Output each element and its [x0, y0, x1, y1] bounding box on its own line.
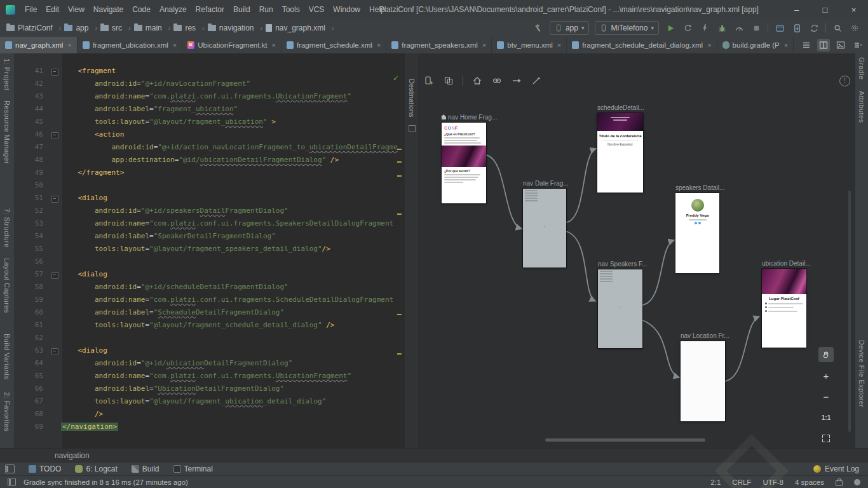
layout-inspector-icon[interactable] — [774, 22, 785, 34]
tool-window-button[interactable]: Resource Manager — [3, 100, 11, 164]
lock-icon[interactable] — [836, 480, 843, 486]
tool-window-button[interactable]: 7: Structure — [3, 208, 11, 248]
destinations-panel-icon[interactable] — [409, 125, 416, 132]
action-connection[interactable] — [642, 320, 679, 377]
warning-stripe-mark[interactable] — [397, 314, 402, 315]
editor-tab[interactable]: fragment_schedule.xml × — [281, 37, 386, 53]
menu-item[interactable]: Refactor — [191, 3, 229, 17]
inspections-ok-icon[interactable]: ✓ — [393, 74, 399, 83]
warning-stripe-mark[interactable] — [397, 149, 402, 150]
run-button[interactable] — [665, 22, 676, 34]
tool-window-tab[interactable]: TODO — [29, 464, 61, 473]
code-line[interactable]: 54 android:label="SpeakerDetailFragmentD… — [14, 230, 399, 243]
split-view-icon[interactable] — [817, 39, 830, 51]
debug-icon[interactable] — [716, 22, 728, 34]
tool-window-button[interactable]: Attributes — [858, 91, 865, 123]
designer-horizontal-scrollbar[interactable] — [545, 438, 705, 442]
status-item[interactable]: 2:1 — [710, 478, 721, 486]
design-view-icon[interactable] — [834, 39, 847, 51]
code-line[interactable]: 42 android:id="@+id/navLocationFragment" — [14, 78, 399, 90]
tool-windows-toggle-icon[interactable] — [5, 464, 15, 473]
warning-stripe-mark[interactable] — [397, 214, 402, 215]
code-line[interactable]: 58 android:id="@+id/scheduleDetailFragme… — [14, 281, 399, 294]
build-hammer-icon[interactable] — [532, 22, 544, 34]
close-button[interactable]: × — [839, 0, 868, 19]
tool-window-button[interactable]: Device File Explorer — [858, 340, 865, 407]
fold-marker[interactable]: − — [48, 344, 61, 357]
maximize-button[interactable]: □ — [811, 0, 839, 19]
menu-item[interactable]: Window — [329, 3, 365, 17]
breadcrumb-item[interactable]: navigation › — [208, 24, 266, 32]
warning-stripe-mark[interactable] — [397, 161, 402, 163]
menu-item[interactable]: Code — [128, 3, 155, 17]
destination-speakers-detail[interactable]: Freddy Vega — [675, 193, 719, 273]
run-config-dropdown[interactable]: app ▾ — [550, 21, 590, 35]
code-line[interactable]: 62 — [14, 332, 399, 344]
inspections-profile-icon[interactable] — [854, 479, 860, 485]
code-line[interactable]: 52 android:id="@+id/speakersDatailFragme… — [14, 205, 399, 217]
rerun-icon[interactable] — [682, 22, 693, 34]
editor-tab[interactable]: UbicationFragment.kt × — [182, 37, 281, 53]
device-file-explorer-icon[interactable] — [791, 22, 803, 34]
tool-window-tab[interactable]: 6: Logcat — [75, 464, 117, 473]
code-line[interactable]: 55 tools:layout="@layout/fragment_speake… — [14, 243, 399, 255]
profiler-icon[interactable] — [733, 22, 745, 34]
code-editor[interactable]: 41− <fragment42 android:id="@+id/navLoca… — [14, 53, 404, 448]
tool-window-tab[interactable]: Terminal — [173, 464, 213, 473]
stop-icon[interactable] — [750, 22, 762, 34]
code-line[interactable]: 68 /> — [14, 408, 399, 421]
destination-location[interactable] — [681, 341, 725, 421]
fold-marker[interactable]: − — [48, 128, 61, 141]
close-tab-icon[interactable]: × — [481, 41, 486, 49]
code-line[interactable]: 67 tools:layout="@layout/fragment_ubicat… — [14, 395, 399, 408]
designer-vertical-scrollbar[interactable] — [848, 191, 851, 432]
status-item[interactable]: CRLF — [732, 478, 751, 486]
menu-item[interactable]: VCS — [304, 3, 329, 17]
status-toggle-icon[interactable] — [8, 478, 16, 486]
warning-stripe-mark[interactable] — [397, 353, 402, 355]
editor-tab[interactable]: nav_graph.xml × — [0, 37, 78, 53]
menu-item[interactable]: File — [20, 3, 41, 17]
zoom-out-button[interactable]: − — [818, 389, 834, 404]
action-connection[interactable] — [642, 240, 674, 305]
close-tab-icon[interactable]: × — [556, 41, 561, 49]
tool-window-button[interactable]: Gradle — [858, 57, 865, 79]
zoom-in-button[interactable]: + — [818, 368, 834, 383]
warning-stripe-mark[interactable] — [397, 175, 402, 177]
destination-schedule-detail[interactable]: Título de la conferencia Nombre Exposito… — [597, 113, 643, 193]
device-dropdown[interactable]: MiTelefono ▾ — [595, 21, 659, 35]
code-line[interactable]: 43 android:name="com.platzi.conf.ui.frag… — [14, 90, 399, 103]
code-line[interactable]: 49 </fragment> — [14, 166, 399, 179]
destination-ubication-detail[interactable]: Lugar PlatziConf — [762, 269, 806, 348]
zoom-actual-size-button[interactable]: 1:1 — [818, 410, 834, 425]
code-line[interactable]: 64 android:id="@+id/ubicationDetailFragm… — [14, 357, 399, 370]
breadcrumb-item[interactable]: main › — [134, 24, 174, 32]
fold-marker[interactable]: − — [48, 192, 61, 205]
menu-item[interactable]: Tools — [278, 3, 304, 17]
code-area[interactable]: 41− <fragment42 android:id="@+id/navLoca… — [14, 65, 399, 433]
close-tab-icon[interactable]: × — [66, 41, 71, 49]
code-line[interactable]: 44 android:label="fragment_ubication" — [14, 103, 399, 116]
xml-breadcrumb[interactable]: navigation — [55, 451, 90, 460]
gradle-sync-icon[interactable] — [808, 22, 820, 34]
code-line[interactable]: 47 android:id="@+id/action_navLocationFr… — [14, 141, 399, 154]
destinations-panel-tab[interactable]: Destinations — [408, 79, 416, 118]
code-line[interactable]: 46− <action — [14, 128, 399, 141]
destination-speakers[interactable]: + — [598, 269, 642, 348]
code-line[interactable]: 56 — [14, 255, 399, 268]
close-tab-icon[interactable]: × — [783, 41, 788, 49]
close-tab-icon[interactable]: × — [376, 41, 381, 49]
code-line[interactable]: 57− <dialog — [14, 268, 399, 281]
editor-tab[interactable]: build.gradle (P × — [717, 37, 794, 53]
tool-window-button[interactable]: Build Variants — [3, 334, 11, 380]
code-line[interactable]: 65 android:name="com.platzi.conf.ui.frag… — [14, 370, 399, 383]
event-log-tab[interactable]: Event Log — [813, 464, 868, 473]
menu-item[interactable]: Edit — [41, 3, 64, 17]
code-line[interactable]: 59 android:name="com.platzi.conf.ui.frag… — [14, 294, 399, 306]
editor-tab[interactable]: fragment_schedule_detail_dialog.xml × — [567, 37, 717, 53]
breadcrumb-item[interactable]: PlatziConf › — [6, 24, 64, 32]
action-connection[interactable] — [486, 155, 522, 229]
code-line[interactable]: 61 tools:layout="@layout/fragment_schedu… — [14, 319, 399, 332]
tool-window-button[interactable]: Layout Captures — [3, 258, 11, 313]
code-line[interactable]: 60 android:label="ScheaduleDetailFragmen… — [14, 306, 399, 319]
